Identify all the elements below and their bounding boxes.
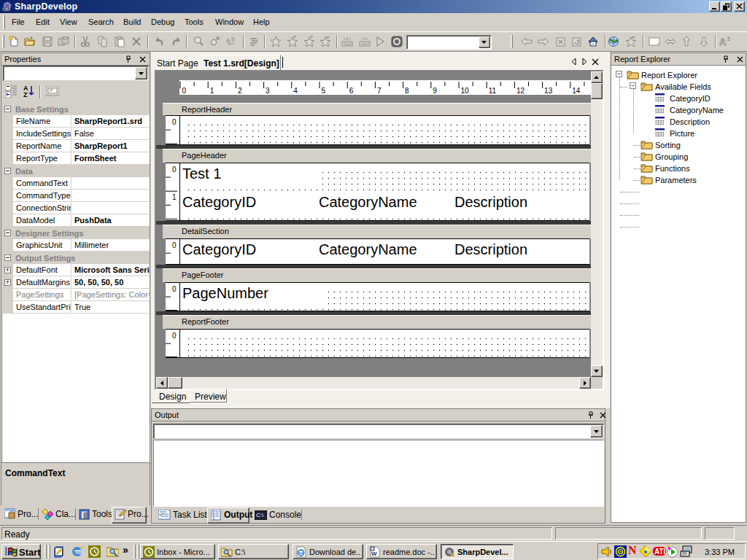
svg-text:Z: Z <box>23 91 28 98</box>
svg-text:0: 0 <box>172 241 177 249</box>
svg-text:14: 14 <box>572 87 581 95</box>
svg-text:4: 4 <box>293 87 298 95</box>
svg-text:0: 0 <box>172 285 177 293</box>
svg-text:SD: SD <box>2 6 10 12</box>
svg-text:2: 2 <box>238 87 242 95</box>
svg-text:0: 0 <box>172 118 177 126</box>
svg-text:12: 12 <box>516 87 525 95</box>
svg-text:1: 1 <box>172 193 177 201</box>
svg-text:11: 11 <box>489 87 497 95</box>
svg-text:b: b <box>231 36 235 43</box>
svg-text:W: W <box>371 551 377 557</box>
svg-text:9: 9 <box>433 87 437 95</box>
svg-text:13: 13 <box>544 87 553 95</box>
svg-text:C:\: C:\ <box>256 512 264 518</box>
svg-text:0: 0 <box>172 332 177 340</box>
svg-text:3: 3 <box>266 87 270 95</box>
svg-text:ATI: ATI <box>654 548 666 556</box>
svg-text:8: 8 <box>405 87 409 95</box>
svg-text:A: A <box>719 36 727 47</box>
svg-text:0: 0 <box>182 87 187 95</box>
svg-text:0: 0 <box>172 166 177 174</box>
svg-text:1: 1 <box>210 87 214 95</box>
svg-text:6: 6 <box>349 87 354 95</box>
svg-text:7: 7 <box>377 87 382 95</box>
svg-text:10: 10 <box>461 87 470 95</box>
svg-text:5: 5 <box>322 87 326 95</box>
